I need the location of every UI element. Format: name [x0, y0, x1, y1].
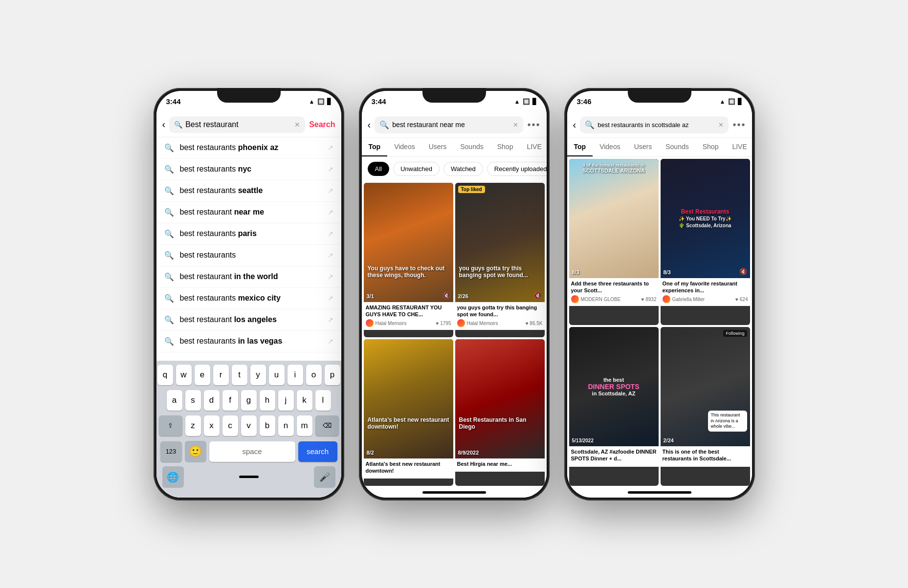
key-shift[interactable]: ⇧	[159, 415, 182, 436]
video-card[interactable]: the bestDINNER SPOTSin Scottsdale, AZ 5/…	[569, 327, 659, 486]
suggestion-item[interactable]: 🔍 best restaurants ↗	[156, 245, 341, 266]
key-v[interactable]: v	[241, 415, 257, 436]
tab-sounds[interactable]: Sounds	[659, 138, 695, 156]
author-avatar	[457, 319, 465, 327]
back-button[interactable]: ‹	[162, 119, 166, 130]
key-globe[interactable]: 🌐	[162, 466, 184, 488]
video-card[interactable]: 3 of the hottest restaurants inSCOTTSDAL…	[569, 159, 659, 326]
arrow-icon: ↗	[328, 230, 333, 238]
search-icon: 🔍	[164, 272, 174, 282]
search-input-container[interactable]: 🔍 best restaurant near me ✕	[375, 116, 523, 133]
tab-users[interactable]: Users	[422, 138, 454, 156]
suggestion-item[interactable]: 🔍 best restaurants in las vegas ↗	[156, 331, 341, 352]
clear-button[interactable]: ✕	[718, 121, 724, 129]
key-b[interactable]: b	[260, 415, 275, 436]
video-thumbnail: You guys have to check out these wings, …	[364, 183, 453, 302]
key-y[interactable]: y	[250, 365, 266, 385]
key-x[interactable]: x	[204, 415, 220, 436]
video-card[interactable]: Best Restaurants✨ You NEED To Try✨🌵 Scot…	[661, 159, 750, 326]
key-o[interactable]: o	[306, 365, 322, 385]
key-123[interactable]: 123	[160, 441, 182, 462]
tab-live[interactable]: LIVE	[725, 138, 752, 156]
back-button[interactable]: ‹	[368, 119, 371, 131]
key-a[interactable]: a	[167, 390, 182, 411]
phone-2: 3:44 ▲ 🔲 ▊ ‹ 🔍 best restaurant near me ✕…	[359, 88, 550, 501]
video-card[interactable]: You guys have to check out these wings, …	[364, 183, 453, 337]
video-card[interactable]: Atlanta's best new restaurant downtown! …	[364, 339, 453, 486]
suggestion-item[interactable]: 🔍 best restaurants seattle ↗	[156, 180, 341, 202]
key-search[interactable]: search	[298, 441, 337, 462]
key-h[interactable]: h	[260, 390, 275, 411]
back-button[interactable]: ‹	[573, 119, 576, 131]
clear-button[interactable]: ✕	[513, 121, 518, 129]
key-p[interactable]: p	[325, 365, 340, 385]
search-query: best restaurant near me	[392, 121, 510, 129]
search-icon: 🔍	[164, 143, 174, 152]
mute-icon: 🔇	[443, 292, 450, 299]
tab-top[interactable]: Top	[567, 138, 593, 156]
key-space[interactable]: space	[209, 441, 295, 462]
key-i[interactable]: i	[288, 365, 303, 385]
suggestion-item[interactable]: 🔍 best restaurants paris ↗	[156, 223, 341, 245]
suggestion-text: best restaurants in las vegas	[180, 337, 322, 346]
tab-live[interactable]: LIVE	[520, 138, 546, 156]
tab-shop[interactable]: Shop	[696, 138, 726, 156]
search-icon: 🔍	[174, 121, 182, 129]
tab-videos[interactable]: Videos	[593, 138, 627, 156]
video-card[interactable]: Top liked you guys gotta try this bangin…	[455, 183, 545, 337]
search-input-container[interactable]: 🔍 best restaurants in scottsdale az ✕	[580, 116, 729, 133]
key-r[interactable]: r	[213, 365, 229, 385]
suggestion-item[interactable]: 🔍 best restaurants nyc ↗	[156, 159, 341, 180]
key-q[interactable]: q	[157, 365, 173, 385]
suggestion-item[interactable]: 🔍 best restaurant los angeles ↗	[156, 309, 341, 331]
suggestion-item[interactable]: 🔍 best restaurants phoenix az ↗	[156, 137, 341, 159]
key-d[interactable]: d	[204, 390, 220, 411]
key-k[interactable]: k	[297, 390, 312, 411]
more-options-button[interactable]: •••	[527, 119, 540, 131]
like-count: ♥ 624	[735, 297, 748, 302]
search-button[interactable]: Search	[309, 120, 335, 129]
key-c[interactable]: c	[222, 415, 238, 436]
suggestion-item[interactable]: 🔍 best restaurant in the world ↗	[156, 266, 341, 288]
key-delete[interactable]: ⌫	[315, 415, 339, 436]
tab-sounds[interactable]: Sounds	[453, 138, 490, 156]
key-t[interactable]: t	[232, 365, 247, 385]
key-z[interactable]: z	[185, 415, 201, 436]
search-bar: ‹ 🔍 Best restaurant ✕ Search	[156, 112, 341, 137]
search-query: best restaurants in scottsdale az	[598, 121, 715, 129]
key-w[interactable]: w	[176, 365, 192, 385]
key-l[interactable]: l	[315, 390, 331, 411]
filter-recently-uploaded[interactable]: Recently uploaded	[487, 162, 547, 176]
search-icon: 🔍	[164, 251, 174, 260]
suggestion-text: best restaurants seattle	[180, 186, 322, 195]
filter-watched[interactable]: Watched	[443, 162, 483, 176]
key-u[interactable]: u	[269, 365, 285, 385]
key-microphone[interactable]: 🎤	[314, 466, 335, 488]
tab-videos[interactable]: Videos	[387, 138, 422, 156]
tab-top[interactable]: Top	[362, 138, 388, 156]
like-count: ♥ 86.5K	[526, 321, 543, 326]
video-card[interactable]: Following This restaurant in Arizona is …	[661, 327, 750, 486]
tab-shop[interactable]: Shop	[490, 138, 520, 156]
video-card[interactable]: Best Restaurants in San Diego 8/9/2022 B…	[455, 339, 545, 486]
key-emoji[interactable]: 🙂	[185, 441, 206, 462]
filter-unwatched[interactable]: Unwatched	[393, 162, 440, 176]
filter-all[interactable]: All	[368, 162, 389, 176]
key-f[interactable]: f	[222, 390, 238, 411]
search-input-container[interactable]: 🔍 Best restaurant ✕	[169, 116, 305, 133]
tab-users[interactable]: Users	[627, 138, 659, 156]
key-j[interactable]: j	[278, 390, 294, 411]
video-title: AMAZING RESTAURANT YOU GUYS HAVE TO CHE.…	[366, 304, 451, 318]
key-g[interactable]: g	[241, 390, 257, 411]
key-s[interactable]: s	[185, 390, 201, 411]
suggestion-item[interactable]: 🔍 best restaurants mexico city ↗	[156, 288, 341, 309]
key-e[interactable]: e	[195, 365, 210, 385]
key-n[interactable]: n	[278, 415, 294, 436]
video-thumbnail: Atlanta's best new restaurant downtown! …	[364, 339, 453, 458]
more-options-button[interactable]: •••	[732, 119, 746, 131]
key-m[interactable]: m	[297, 415, 312, 436]
search-bar: ‹ 🔍 best restaurant near me ✕ •••	[362, 112, 547, 138]
clear-button[interactable]: ✕	[294, 121, 300, 129]
suggestion-item[interactable]: 🔍 best restaurant near me ↗	[156, 202, 341, 223]
author-avatar	[571, 295, 579, 303]
